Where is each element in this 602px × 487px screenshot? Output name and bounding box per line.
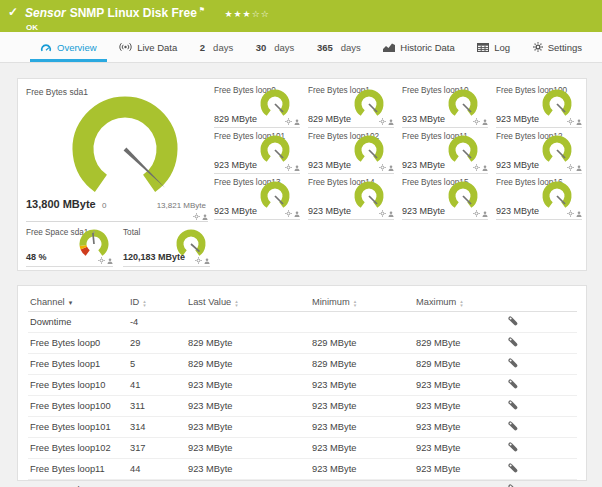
gear-icon[interactable]: [379, 210, 386, 217]
user-icon[interactable]: [202, 214, 208, 220]
channel-settings-icon[interactable]: [508, 463, 518, 473]
tab-overview[interactable]: Overview: [30, 32, 107, 62]
bottom-gauge-cell[interactable]: Total120,183 MByte: [123, 227, 210, 267]
user-icon[interactable]: [576, 165, 582, 171]
column-header-last[interactable]: Last Value▴▾: [186, 292, 310, 312]
table-row: Free Bytes loop101314923 MByte923 MByte9…: [28, 417, 577, 438]
small-gauge-cell[interactable]: Free Bytes loop1829 MByte: [308, 84, 394, 128]
sort-icon: ▴▾: [235, 299, 238, 307]
small-gauge-cell[interactable]: Free Bytes loop102923 MByte: [308, 130, 394, 174]
actions-cell: [506, 312, 577, 333]
prtg-sensor-page: ✓ SensorSNMP Linux Disk Free⚑ ★★★☆☆ OK O…: [0, 0, 602, 487]
small-gauge-cell[interactable]: Free Bytes loop10923 MByte: [402, 84, 488, 128]
channel-settings-icon[interactable]: [508, 337, 518, 347]
tab-historic-data[interactable]: Historic Data: [373, 32, 464, 62]
tab-settings[interactable]: Settings: [523, 32, 592, 62]
channel-settings-icon[interactable]: [508, 316, 518, 326]
gear-icon[interactable]: [567, 164, 574, 171]
tab-live-data[interactable]: Live Data: [109, 32, 187, 62]
tab-label: days: [274, 42, 294, 53]
small-gauge-cell[interactable]: Free Bytes loop100923 MByte: [496, 84, 582, 128]
user-icon[interactable]: [482, 211, 488, 217]
gear-icon[interactable]: [567, 210, 574, 217]
user-icon[interactable]: [388, 119, 394, 125]
gauge-scale-min: 0: [102, 201, 106, 210]
channel-table-panel: Channel▾ID▴▾Last Value▴▾Minimum▴▾Maximum…: [17, 285, 587, 481]
tab-log[interactable]: Log: [467, 32, 520, 62]
user-icon[interactable]: [294, 119, 300, 125]
gauge-scale-max: 13,821 MByte: [157, 201, 206, 210]
gauge-actions: [285, 210, 300, 217]
gauge-actions: [195, 257, 210, 264]
gear-icon[interactable]: [285, 164, 292, 171]
channel-settings-icon[interactable]: [508, 358, 518, 368]
small-gauge-cell[interactable]: Free Bytes loop0829 MByte: [214, 84, 300, 128]
sort-icon: ▴▾: [143, 299, 146, 307]
channel-settings-icon[interactable]: [508, 379, 518, 389]
channel-table: Channel▾ID▴▾Last Value▴▾Minimum▴▾Maximum…: [28, 292, 577, 487]
user-icon[interactable]: [107, 258, 113, 264]
table-row: Free Bytes loop100311923 MByte923 MByte9…: [28, 396, 577, 417]
gear-icon[interactable]: [379, 164, 386, 171]
user-icon[interactable]: [204, 258, 210, 264]
small-gauge-cell[interactable]: Free Bytes loop13923 MByte: [214, 176, 300, 220]
user-icon[interactable]: [388, 165, 394, 171]
channel-settings-icon[interactable]: [508, 442, 518, 452]
tab-365-days[interactable]: 365days: [307, 32, 371, 62]
small-gauge-cell[interactable]: Free Bytes loop12923 MByte: [496, 130, 582, 174]
user-icon[interactable]: [482, 119, 488, 125]
small-gauge-cell[interactable]: Free Bytes loop16923 MByte: [496, 176, 582, 220]
user-icon[interactable]: [576, 119, 582, 125]
small-gauge-cell[interactable]: Free Bytes loop101923 MByte: [214, 130, 300, 174]
gauge-value: 923 MByte: [214, 160, 257, 170]
tab-2-days[interactable]: 2days: [190, 32, 243, 62]
gauge-title: Total: [123, 228, 140, 237]
user-icon[interactable]: [388, 211, 394, 217]
tab-label: days: [213, 42, 233, 53]
gear-icon[interactable]: [379, 118, 386, 125]
priority-stars[interactable]: ★★★☆☆: [224, 9, 269, 19]
sort-icon: ▴▾: [460, 299, 463, 307]
actions-cell: [506, 417, 577, 438]
column-header-id[interactable]: ID▴▾: [128, 292, 186, 312]
user-icon[interactable]: [576, 211, 582, 217]
sensor-title-block: SensorSNMP Linux Disk Free⚑ ★★★☆☆ OK: [25, 3, 270, 32]
tab-30-days[interactable]: 30days: [246, 32, 305, 62]
small-gauge-cell[interactable]: Free Bytes loop11923 MByte: [402, 130, 488, 174]
gauge-actions: [473, 164, 488, 171]
gear-icon[interactable]: [473, 210, 480, 217]
main-gauge-cell[interactable]: Free Bytes sda1 13,800 MByte 0 13,821 MB…: [26, 84, 208, 222]
gear-icon[interactable]: [567, 118, 574, 125]
small-gauge-cell[interactable]: Free Bytes loop15923 MByte: [402, 176, 488, 220]
bottom-gauge-cell[interactable]: Free Space sda148 %: [26, 227, 113, 267]
user-icon[interactable]: [294, 165, 300, 171]
gauge-actions: [98, 257, 113, 264]
gauge-value: 120,183 MByte: [123, 252, 185, 262]
gear-icon[interactable]: [285, 210, 292, 217]
column-header-min[interactable]: Minimum▴▾: [310, 292, 414, 312]
gear-icon[interactable]: [285, 118, 292, 125]
channel-settings-icon[interactable]: [508, 400, 518, 410]
gear-icon[interactable]: [195, 257, 202, 264]
gear-icon[interactable]: [193, 213, 200, 220]
gear-icon[interactable]: [98, 257, 105, 264]
column-header-max[interactable]: Maximum▴▾: [414, 292, 506, 312]
gauge-value: 829 MByte: [214, 114, 257, 124]
channel-settings-icon[interactable]: [508, 421, 518, 431]
tab-label: Settings: [548, 42, 582, 53]
last-cell: 923 MByte: [186, 417, 310, 438]
gear-icon[interactable]: [473, 118, 480, 125]
gauge-actions: [285, 164, 300, 171]
actions-cell: [506, 459, 577, 480]
user-icon[interactable]: [294, 211, 300, 217]
gauge-actions: [193, 213, 208, 220]
min-cell: [310, 312, 414, 333]
actions-cell: [506, 354, 577, 375]
min-cell: 829 MByte: [310, 354, 414, 375]
small-gauge-cell[interactable]: Free Bytes loop14923 MByte: [308, 176, 394, 220]
gauge-icon: [40, 43, 52, 52]
gear-icon[interactable]: [473, 164, 480, 171]
user-icon[interactable]: [482, 165, 488, 171]
min-cell: 829 MByte: [310, 333, 414, 354]
column-header-channel[interactable]: Channel▾: [28, 292, 128, 312]
